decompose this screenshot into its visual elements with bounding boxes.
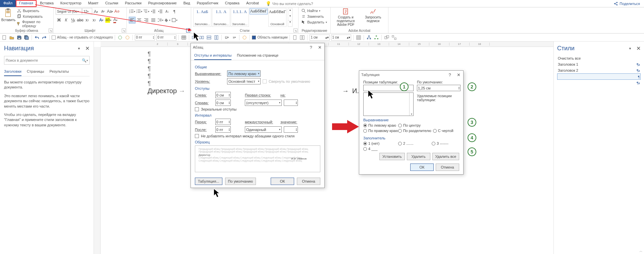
- tab-delete-button[interactable]: Удалить: [407, 153, 430, 160]
- styles-launcher[interactable]: ↘: [293, 28, 298, 33]
- align-right-radio[interactable]: По правому краю: [363, 129, 398, 133]
- nav-close-icon[interactable]: ✕: [85, 45, 90, 52]
- indent-left-spin[interactable]: 1 см▴▾: [310, 35, 330, 41]
- default-tab-spin[interactable]: 1,25 см▴▾: [417, 85, 461, 91]
- leader-2-radio[interactable]: 2 .......: [398, 141, 432, 145]
- para-tab-indents[interactable]: Отступы и интервалы: [194, 51, 231, 60]
- redo-icon[interactable]: [41, 35, 47, 41]
- find-button[interactable]: Найти▾: [301, 8, 328, 13]
- save-all-icon[interactable]: [23, 35, 30, 41]
- svg-rect-63: [202, 36, 204, 39]
- paragraph-close-icon[interactable]: ✕: [317, 45, 322, 50]
- new-doc-icon[interactable]: [1, 35, 7, 41]
- first-line-combo[interactable]: (отсутствует)▾: [245, 100, 282, 106]
- paragraph-preview: Предыдущий абзац Предыдущий абзац Предыд…: [195, 145, 320, 172]
- tabs-close-icon[interactable]: ✕: [456, 72, 461, 77]
- tabs-help-icon[interactable]: ?: [447, 72, 452, 77]
- svg-rect-71: [303, 36, 304, 40]
- align-left-radio[interactable]: По левому краю: [363, 123, 398, 127]
- gallery-down-icon[interactable]: ▾: [288, 14, 292, 20]
- alignment-combo[interactable]: По левому краю▾: [227, 70, 261, 77]
- gridlines-icon[interactable]: [356, 35, 362, 41]
- vertical-ruler[interactable]: [94, 47, 101, 254]
- line-spacing-value[interactable]: ▴▾: [284, 126, 298, 133]
- para-ok-button[interactable]: ОК: [271, 178, 294, 185]
- paste-button[interactable]: Вставить: [2, 8, 15, 22]
- spacing-before-spin[interactable]: 0 пт▴▾: [135, 35, 155, 41]
- circle2-icon[interactable]: [241, 35, 248, 41]
- file-tab[interactable]: Файл: [0, 0, 16, 7]
- tab-set-button[interactable]: Установить: [379, 153, 405, 160]
- omega-icon[interactable]: Ω▾: [224, 35, 230, 41]
- thumb2-icon[interactable]: [299, 35, 305, 41]
- open-icon[interactable]: [9, 35, 15, 41]
- space-after[interactable]: 0 пт▴▾: [215, 126, 231, 133]
- para-tab-page[interactable]: Положение на странице: [237, 51, 278, 60]
- circle-orange-icon[interactable]: [124, 35, 130, 41]
- leader-3-radio[interactable]: 3 -------: [432, 141, 448, 145]
- default-button[interactable]: По умолчанию: [225, 178, 256, 185]
- indent-right-spin[interactable]: 1 см▴▾: [331, 35, 351, 41]
- select-button[interactable]: Выделить▾: [301, 19, 328, 25]
- hierarchy2-icon[interactable]: [373, 35, 379, 41]
- tabs-ok-button[interactable]: ОК: [410, 164, 434, 171]
- nav-search-input[interactable]: [6, 58, 82, 62]
- style-h1[interactable]: Заголовок 1¶a: [557, 61, 641, 67]
- help-tab[interactable]: Справка: [222, 0, 243, 7]
- indent-right[interactable]: 0 см▴▾: [215, 100, 231, 106]
- leader-1-radio[interactable]: 1 (нет): [363, 141, 398, 145]
- share-button[interactable]: Поделиться: [613, 0, 644, 7]
- tabs-button[interactable]: Табуляция...: [195, 178, 222, 185]
- align-center-radio[interactable]: По центру: [398, 123, 432, 127]
- undo-icon[interactable]: [34, 35, 40, 41]
- styles-close-icon[interactable]: ✕: [636, 45, 641, 52]
- nav-pane-checkbox[interactable]: [252, 36, 256, 40]
- hierarchy1-icon[interactable]: [366, 35, 372, 41]
- tab-deleteall-button[interactable]: Удалить все: [432, 153, 459, 160]
- create-pdf-button[interactable]: Создать и поделитьсяAdobe PDF: [333, 8, 359, 26]
- style-selected[interactable]: ¶: [557, 73, 641, 80]
- group-icon[interactable]: [384, 35, 390, 41]
- paragraph-help-icon[interactable]: ?: [308, 45, 314, 50]
- acrobat-tab[interactable]: Acrobat: [243, 0, 262, 7]
- leader-4-radio[interactable]: 4 ___: [363, 147, 398, 151]
- style-clear[interactable]: Очистить все: [557, 55, 641, 61]
- style-extra[interactable]: ¶a: [557, 80, 641, 86]
- replace-button[interactable]: Заменить: [301, 14, 328, 19]
- spacing-after-spin[interactable]: 0 пт▴▾: [156, 35, 176, 41]
- insert-rows-icon[interactable]: [206, 35, 212, 41]
- mirror-indent-checkbox[interactable]: [195, 107, 199, 111]
- line-spacing-combo[interactable]: Одинарный▾: [245, 126, 282, 133]
- para-cancel-button[interactable]: Отмена: [297, 178, 320, 185]
- circle-green-icon[interactable]: [117, 35, 123, 41]
- search-icon[interactable]: 🔍: [82, 58, 87, 63]
- pi-icon[interactable]: π▾: [231, 35, 237, 41]
- align-decimal-radio[interactable]: По разделителю: [398, 129, 433, 133]
- style-h2[interactable]: Заголовок 2¶a: [557, 67, 641, 73]
- first-line-value[interactable]: ▴▾: [284, 100, 298, 106]
- thumb1-icon[interactable]: [292, 35, 298, 41]
- no-add-space-checkbox[interactable]: [195, 134, 199, 138]
- nav-tab-results[interactable]: Результаты: [50, 69, 69, 76]
- table-icon[interactable]: [181, 35, 187, 41]
- list-scroll-icon[interactable]: ▾: [409, 93, 413, 116]
- tell-me[interactable]: 💡 Что вы хотите сделать?: [262, 0, 317, 7]
- keep-with-next-checkbox[interactable]: [52, 36, 56, 40]
- gallery-up-icon[interactable]: ▴: [288, 8, 292, 14]
- styles-gallery[interactable]: 1. АаБЗаголово... 1.1. АЗаголово... 1.1.…: [193, 8, 286, 27]
- ungroup-icon[interactable]: [391, 35, 397, 41]
- save-icon[interactable]: [16, 35, 22, 41]
- level-combo[interactable]: Основной текст▾: [227, 78, 261, 84]
- gallery-more-icon[interactable]: ▾: [288, 20, 292, 26]
- tabs-cancel-button[interactable]: Отмена: [436, 164, 459, 171]
- nav-options-icon[interactable]: ▼: [77, 47, 80, 50]
- request-sign-button[interactable]: Запроситьподписи: [360, 8, 386, 23]
- nav-tab-pages[interactable]: Страницы: [27, 69, 44, 76]
- horizontal-ruler[interactable]: 2345 6789 10111213 1415161718: [101, 42, 553, 47]
- space-before[interactable]: 0 пт▴▾: [215, 119, 231, 125]
- indent-left[interactable]: 0 см▴▾: [215, 92, 231, 98]
- insert-cols-icon[interactable]: [213, 35, 219, 41]
- styles-options-icon[interactable]: ▼: [629, 47, 632, 50]
- align-bar-radio[interactable]: С чертой: [433, 129, 453, 133]
- nav-tab-headings[interactable]: Заголовки: [4, 69, 21, 76]
